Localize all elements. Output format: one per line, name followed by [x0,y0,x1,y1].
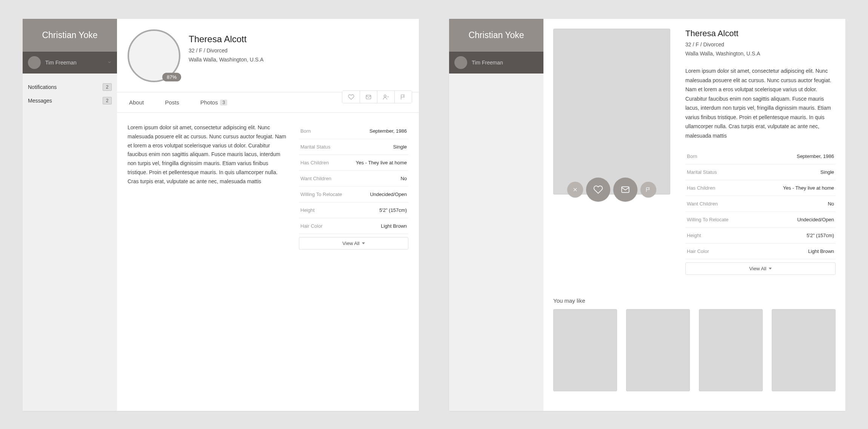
current-user-dropdown[interactable]: Tim Freeman [449,52,543,74]
suggestion-card[interactable] [626,309,690,391]
message-button[interactable] [360,91,377,103]
detail-key: Born [300,128,311,134]
tab-about[interactable]: About [129,92,144,112]
detail-value: No [828,201,834,207]
profile-location: Walla Walla, Washington, U.S.A [189,57,263,63]
current-user-name: Tim Freeman [45,60,77,66]
close-icon [572,187,578,193]
detail-row: Height5'2" (157cm) [299,202,408,218]
suggestion-card[interactable] [772,309,836,391]
nav-item-label: Notifications [28,84,57,90]
avatar [28,56,41,69]
detail-key: Born [687,153,697,159]
suggestion-card[interactable] [553,309,617,391]
detail-row: Has ChildrenYes - They live at home [685,180,836,196]
detail-row: Hair ColorLight Brown [685,244,836,259]
view-all-button[interactable]: View All [685,262,836,275]
flag-icon [645,187,651,193]
detail-row: Has ChildrenYes - They live at home [299,155,408,171]
sidebar: Christian Yoke Tim Freeman [449,19,543,411]
detail-value: September, 1986 [369,128,407,134]
detail-key: Willing To Relocate [687,217,728,222]
tab-label: Posts [165,99,179,106]
profile-heading: Theresa Alcott 32 / F / Divorced Walla W… [189,29,263,63]
nav-item-label: Messages [28,98,52,104]
heart-icon [348,94,354,100]
detail-key: Has Children [687,185,715,191]
view-all-label: View All [342,241,359,246]
like-button[interactable] [586,178,610,202]
detail-value: No [400,176,407,181]
detail-key: Want Children [687,201,718,207]
profile-content: Lorem ipsum dolor sit amet, consectetur … [117,113,419,260]
profile-header: 87% Theresa Alcott 32 / F / Divorced Wal… [117,19,419,92]
detail-value: Single [393,144,407,150]
user-minus-icon [383,94,389,100]
like-button[interactable] [342,91,360,103]
chevron-down-icon [107,60,112,66]
caret-down-icon [362,242,365,244]
detail-row: Hair ColorLight Brown [299,218,408,234]
message-button[interactable] [613,178,637,202]
profile-avatar[interactable]: 87% [128,29,180,82]
detail-key: Marital Status [687,169,717,175]
avatar [454,56,467,69]
report-button[interactable] [640,182,656,198]
profile-meta: 32 / F / Divorced [189,47,263,54]
photo-action-bar [567,178,656,202]
flag-icon [400,94,406,100]
detail-row: Willing To RelocateUndecided/Open [299,187,408,202]
detail-row: Marital StatusSingle [685,164,836,180]
suggestion-card[interactable] [699,309,763,391]
tab-photos[interactable]: Photos 3 [200,92,227,112]
profile-photo[interactable] [553,29,670,195]
app-layout-a: Christian Yoke Tim Freeman Notifications… [23,19,419,411]
view-all-label: View All [749,266,766,271]
suggestions-title: You may like [553,297,836,304]
nav-item-notifications[interactable]: Notifications 2 [28,80,112,94]
suggestions-section: You may like [553,297,836,391]
detail-value: Light Brown [808,248,834,254]
detail-row: Height5'2" (157cm) [685,228,836,244]
profile-top-row: Theresa Alcott 32 / F / Divorced Walla W… [553,29,836,275]
detail-key: Willing To Relocate [300,192,342,197]
detail-value: Undecided/Open [370,192,407,197]
detail-value: Yes - They live at home [783,185,834,191]
detail-row: Want ChildrenNo [299,171,408,187]
badge: 2 [103,83,112,91]
details-table: BornSeptember, 1986 Marital StatusSingle… [299,123,408,250]
current-user-dropdown[interactable]: Tim Freeman [23,52,117,74]
tab-posts[interactable]: Posts [165,92,179,112]
tab-label: Photos [200,99,218,106]
detail-key: Hair Color [687,248,709,254]
mail-icon [620,185,630,195]
about-text: Lorem ipsum dolor sit amet, consectetur … [128,123,287,250]
brand-title: Christian Yoke [23,19,117,52]
sidebar-nav: Notifications 2 Messages 2 [23,74,117,114]
profile-location: Walla Walla, Washington, U.S.A [685,51,836,57]
detail-row: BornSeptember, 1986 [685,149,836,164]
svg-rect-5 [622,187,629,192]
details-table: BornSeptember, 1986 Marital StatusSingle… [685,149,836,275]
sidebar: Christian Yoke Tim Freeman Notifications… [23,19,117,411]
detail-row: BornSeptember, 1986 [299,123,408,139]
profile-info-column: Theresa Alcott 32 / F / Divorced Walla W… [685,29,836,275]
detail-key: Want Children [300,176,331,181]
nav-item-messages[interactable]: Messages 2 [28,94,112,107]
detail-row: Marital StatusSingle [299,139,408,155]
brand-title: Christian Yoke [449,19,543,52]
profile-meta: 32 / F / Divorced [685,41,836,47]
report-button[interactable] [394,91,412,103]
about-text: Lorem ipsum dolor sit amet, consectetur … [685,66,836,140]
detail-value: Single [820,169,834,175]
view-all-button[interactable]: View All [299,237,408,250]
dismiss-button[interactable] [567,182,583,198]
detail-row: Want ChildrenNo [685,196,836,212]
photo-count-badge: 3 [220,100,227,106]
detail-value: September, 1986 [797,153,834,159]
detail-key: Marital Status [300,144,330,150]
detail-value: Undecided/Open [797,217,834,222]
svg-point-1 [384,95,386,97]
detail-value: 5'2" (157cm) [379,207,407,213]
block-user-button[interactable] [377,91,394,103]
